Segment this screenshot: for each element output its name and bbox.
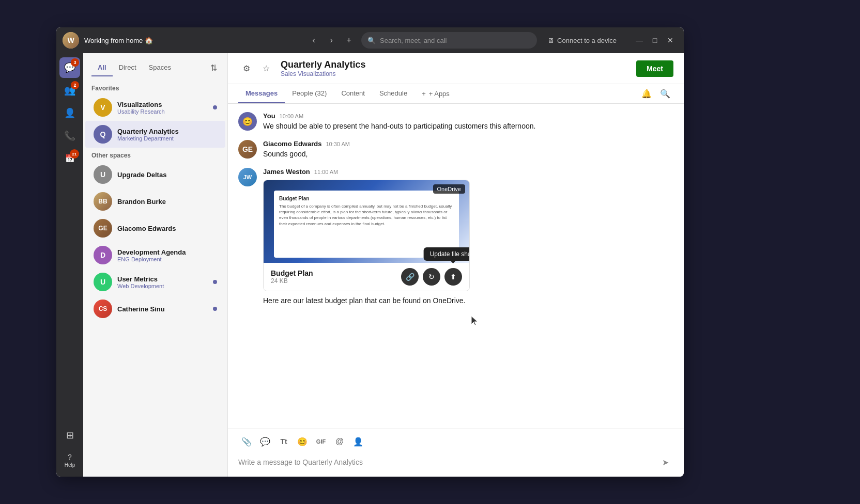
sidebar-item-user-metrics[interactable]: U User Metrics Web Development bbox=[85, 269, 225, 295]
file-actions: 🔗 ↻ ⬆ Update file share bbox=[401, 268, 462, 286]
catherine-info: Catherine Sinu bbox=[117, 305, 208, 313]
file-details: Budget Plan 24 KB bbox=[271, 269, 313, 285]
gif-button[interactable]: GIF bbox=[313, 433, 329, 450]
catherine-unread bbox=[213, 307, 217, 311]
nav-buttons: ‹ › + bbox=[306, 33, 356, 48]
tab-people[interactable]: People (32) bbox=[285, 84, 334, 103]
you-content: You 10:00 AM We should be able to presen… bbox=[263, 112, 535, 132]
connect-device-button[interactable]: 🖥 Connect to a device bbox=[542, 35, 622, 46]
giacomo-msg-avatar: GE bbox=[238, 140, 257, 159]
rail-item-calendar[interactable]: 📅 21 bbox=[59, 148, 80, 169]
catherine-avatar: CS bbox=[94, 300, 112, 318]
upgrade-info: Upgrade Deltas bbox=[117, 171, 217, 179]
tab-schedule[interactable]: Schedule bbox=[372, 84, 414, 103]
visualizations-sub: Usability Research bbox=[117, 108, 208, 115]
help-icon: ? bbox=[68, 453, 72, 461]
left-rail: 💬 3 👥 2 👤 📞 📅 21 ⊞ ? Hel bbox=[56, 53, 83, 477]
close-button[interactable]: ✕ bbox=[663, 33, 678, 48]
rail-item-people[interactable]: 👥 2 bbox=[59, 80, 80, 101]
search-placeholder: Search, meet, and call bbox=[380, 37, 447, 44]
maximize-button[interactable]: □ bbox=[648, 33, 662, 48]
sidebar-item-quarterly[interactable]: Q Quarterly Analytics Marketing Departme… bbox=[85, 121, 225, 148]
compose-input[interactable]: Write a message to Quarterly Analytics bbox=[238, 458, 653, 466]
you-text: We should be able to present the hand-ou… bbox=[263, 121, 535, 132]
giacomo-sender: Giacomo Edwards bbox=[263, 140, 321, 148]
rail-item-apps[interactable]: ⊞ bbox=[59, 425, 80, 446]
window-controls: — □ ✕ bbox=[632, 33, 678, 48]
visualizations-name: Visualizations bbox=[117, 101, 208, 108]
rail-item-help[interactable]: ? Help bbox=[59, 448, 80, 472]
giacomo-info: Giacomo Edwards bbox=[117, 225, 217, 232]
user-status: Working from home 🏠 bbox=[84, 37, 301, 44]
chat-badge: 3 bbox=[71, 58, 79, 67]
tab-spaces[interactable]: Spaces bbox=[143, 59, 177, 76]
tab-direct[interactable]: Direct bbox=[113, 59, 143, 76]
chat-tool-button[interactable]: 💬 bbox=[257, 433, 273, 450]
dev-sub: ENG Deployment bbox=[117, 256, 217, 262]
quarterly-avatar: Q bbox=[94, 125, 112, 144]
rail-item-contacts[interactable]: 👤 bbox=[59, 103, 80, 123]
file-refresh-button[interactable]: ↻ bbox=[423, 268, 440, 286]
dev-avatar: D bbox=[94, 246, 112, 264]
visualizations-unread bbox=[213, 105, 217, 109]
sidebar-item-upgrade[interactable]: U Upgrade Deltas bbox=[85, 161, 225, 188]
channel-sub[interactable]: Sales Visualizations bbox=[281, 70, 630, 77]
user-avatar: W bbox=[63, 32, 79, 49]
james-time: 11:00 AM bbox=[314, 169, 338, 175]
upgrade-avatar: U bbox=[94, 165, 112, 184]
sidebar-item-brandon[interactable]: BB Brandon Burke bbox=[85, 188, 225, 215]
giacomo-time: 10:30 AM bbox=[326, 141, 349, 147]
you-avatar: 😊 bbox=[238, 112, 257, 131]
search-icon: 🔍 bbox=[367, 37, 376, 44]
message-you: 😊 You 10:00 AM We should be able to pres… bbox=[238, 112, 673, 132]
new-tab-button[interactable]: + bbox=[342, 33, 356, 48]
giacomo-header: Giacomo Edwards 10:30 AM bbox=[263, 140, 673, 148]
minimize-button[interactable]: — bbox=[632, 33, 647, 48]
people-button[interactable]: 👤 bbox=[350, 433, 366, 450]
user-metrics-avatar: U bbox=[94, 273, 112, 291]
forward-button[interactable]: › bbox=[324, 33, 339, 48]
compose-row: Write a message to Quarterly Analytics ➤ bbox=[238, 454, 673, 470]
sidebar-item-catherine[interactable]: CS Catherine Sinu bbox=[85, 295, 225, 322]
send-button[interactable]: ➤ bbox=[657, 454, 673, 470]
sidebar-item-dev-agenda[interactable]: D Development Agenda ENG Deployment bbox=[85, 242, 225, 269]
tab-content[interactable]: Content bbox=[334, 84, 372, 103]
dev-name: Development Agenda bbox=[117, 248, 217, 256]
message-james: JW James Weston 11:00 AM Budget Plan bbox=[238, 168, 673, 306]
file-share-button[interactable]: ⬆ Update file share bbox=[444, 268, 462, 286]
file-preview: Budget Plan The budget of a company is o… bbox=[264, 180, 469, 263]
filter-icon[interactable]: ⇅ bbox=[208, 61, 219, 75]
rail-item-calls[interactable]: 📞 bbox=[59, 125, 80, 146]
notifications-icon[interactable]: 🔔 bbox=[638, 86, 655, 102]
sidebar-item-visualizations[interactable]: V Visualizations Usability Research bbox=[85, 94, 225, 121]
search-bar[interactable]: 🔍 Search, meet, and call bbox=[361, 32, 537, 49]
upgrade-name: Upgrade Deltas bbox=[117, 171, 217, 179]
title-bar: W Working from home 🏠 ‹ › + 🔍 Search, me… bbox=[56, 27, 684, 53]
calendar-badge: 21 bbox=[70, 149, 79, 159]
rail-item-chat[interactable]: 💬 3 bbox=[59, 57, 80, 78]
tab-messages[interactable]: Messages bbox=[238, 84, 285, 103]
mention-button[interactable]: @ bbox=[331, 433, 348, 450]
other-label: Other spaces bbox=[83, 148, 227, 161]
favorite-icon[interactable]: ☆ bbox=[258, 60, 274, 77]
tab-apps[interactable]: + + Apps bbox=[414, 85, 457, 103]
emoji-button[interactable]: 😊 bbox=[294, 433, 311, 450]
back-button[interactable]: ‹ bbox=[306, 33, 321, 48]
file-link-button[interactable]: 🔗 bbox=[401, 268, 419, 286]
settings-icon[interactable]: ⚙ bbox=[238, 60, 255, 77]
tab-all[interactable]: All bbox=[91, 59, 113, 76]
meet-button[interactable]: Meet bbox=[636, 60, 673, 77]
quarterly-name: Quarterly Analytics bbox=[117, 128, 217, 135]
file-preview-content: Budget Plan The budget of a company is o… bbox=[274, 191, 459, 258]
format-text-button[interactable]: Tt bbox=[275, 433, 292, 450]
contacts-icon: 👤 bbox=[64, 107, 75, 119]
chat-header: ⚙ ☆ Quarterly Analytics Sales Visualizat… bbox=[228, 53, 684, 84]
sidebar-tabs: All Direct Spaces ⇅ bbox=[83, 53, 227, 81]
giacomo-initial: GE bbox=[238, 140, 257, 159]
catherine-name: Catherine Sinu bbox=[117, 305, 208, 313]
search-messages-icon[interactable]: 🔍 bbox=[657, 86, 673, 102]
calls-icon: 📞 bbox=[64, 130, 75, 141]
attach-button[interactable]: 📎 bbox=[238, 433, 255, 450]
chat-panel: ⚙ ☆ Quarterly Analytics Sales Visualizat… bbox=[228, 53, 684, 477]
sidebar-item-giacomo[interactable]: GE Giacomo Edwards bbox=[85, 215, 225, 242]
